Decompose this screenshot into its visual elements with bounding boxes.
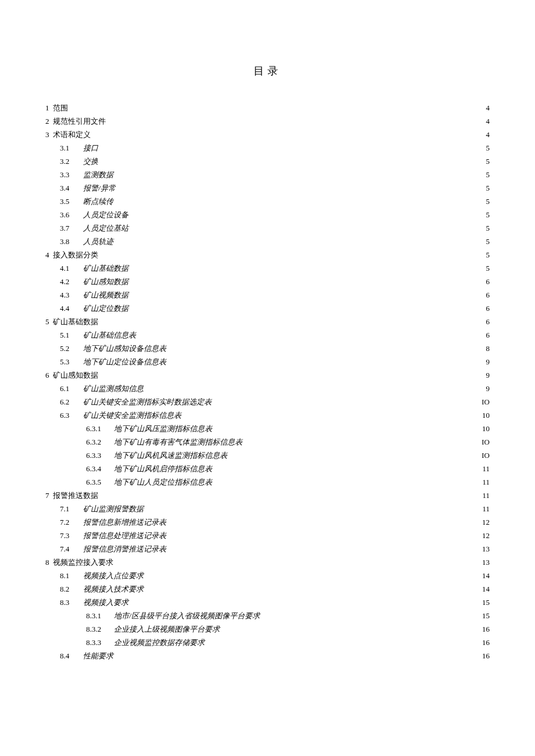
toc-page: 9 — [479, 371, 490, 379]
toc-number: 4 — [45, 251, 49, 259]
toc-number: 4.3 — [60, 291, 83, 299]
toc-entry[interactable]: 5.2地下矿山感知设备信息表8 — [45, 342, 490, 355]
toc-number: 4.4 — [60, 304, 83, 312]
toc-text: 企业接入上级视频图像平台要求 — [114, 625, 220, 633]
toc-entry[interactable]: 1范围4 — [45, 101, 490, 114]
toc-number: 8 — [45, 558, 49, 566]
toc-text: 规范性引用文件 — [53, 117, 106, 125]
toc-text: 视频监控接入要求 — [53, 558, 113, 566]
toc-entry[interactable]: 6.3.2地下矿山有毒有害气体监测指标信息表IO — [45, 435, 490, 449]
toc-entry[interactable]: 3.2交换5 — [45, 155, 490, 168]
toc-text: 接口 — [83, 144, 98, 152]
page-title: 目录 — [45, 64, 490, 78]
toc-entry[interactable]: 6.3.3地下矿山风机风速监测指标信息表IO — [45, 449, 490, 462]
toc-page: 6 — [479, 304, 490, 312]
toc-page: 5 — [479, 171, 490, 178]
toc-number: 7.3 — [60, 532, 83, 539]
toc-entry[interactable]: 8.3.2企业接入上级视频图像平台要求16 — [45, 622, 490, 636]
toc-entry[interactable]: 8.3.1地市/区县级平台接入省级视频图像平台要求15 — [45, 609, 490, 622]
toc-text: 矿山监测报警数据 — [83, 505, 144, 513]
toc-page: 10 — [479, 411, 490, 419]
toc-page: 5 — [479, 184, 490, 192]
toc-entry[interactable]: 5矿山基础数据6 — [45, 315, 490, 328]
toc-entry[interactable]: 6.2矿山关键安全监测指标实时数据选定表IO — [45, 395, 490, 409]
toc-number: 3.8 — [60, 238, 83, 245]
toc-number: 6.3.5 — [86, 478, 114, 486]
toc-page: 9 — [479, 385, 490, 392]
toc-text: 报警信息消警推送记录表 — [83, 545, 166, 553]
toc-number: 6.3.3 — [86, 452, 114, 459]
toc-entry[interactable]: 7报警推送数据11 — [45, 489, 490, 502]
toc-entry[interactable]: 8.2视频接入技术要求14 — [45, 582, 490, 596]
toc-text: 矿山监测感知信息 — [83, 385, 144, 392]
toc-page: 16 — [479, 652, 490, 660]
toc-number: 6 — [45, 371, 49, 379]
toc-number: 3.3 — [60, 171, 83, 178]
toc-page: 9 — [479, 358, 490, 366]
toc-text: 企业视频监控数据存储要求 — [114, 639, 205, 646]
toc-entry[interactable]: 4.4矿山定位数据6 — [45, 302, 490, 315]
toc-number: 3.6 — [60, 211, 83, 218]
toc-number: 5 — [45, 318, 49, 325]
toc-entry[interactable]: 8.3.3企业视频监控数据存储要求16 — [45, 636, 490, 649]
toc-page: 5 — [479, 157, 490, 165]
toc-page: 11 — [479, 478, 490, 486]
toc-number: 7.1 — [60, 505, 83, 513]
toc-number: 6.3 — [60, 411, 83, 419]
toc-number: 5.3 — [60, 358, 83, 366]
toc-number: 3.7 — [60, 224, 83, 232]
toc-entry[interactable]: 5.1矿山基础信息表6 — [45, 328, 490, 342]
toc-number: 8.3.1 — [86, 612, 114, 619]
toc-page: 11 — [479, 465, 490, 472]
toc-page: 8 — [479, 345, 490, 352]
toc-entry[interactable]: 6.3矿山关键安全监测指标信息表10 — [45, 409, 490, 422]
toc-entry[interactable]: 4.1矿山基础数据5 — [45, 261, 490, 275]
toc-entry[interactable]: 3术语和定义4 — [45, 128, 490, 141]
toc-entry[interactable]: 7.1矿山监测报警数据11 — [45, 502, 490, 515]
toc-number: 6.2 — [60, 398, 83, 406]
toc-page: 6 — [479, 291, 490, 299]
toc-entry[interactable]: 4接入数据分类5 — [45, 248, 490, 261]
toc-number: 8.2 — [60, 585, 83, 593]
toc-entry[interactable]: 3.8人员轨迹5 — [45, 235, 490, 248]
toc-entry[interactable]: 6.1矿山监测感知信息9 — [45, 382, 490, 395]
toc-entry[interactable]: 7.3报警信息处理推送记录表12 — [45, 529, 490, 542]
toc-page: IO — [479, 452, 490, 459]
toc-entry[interactable]: 7.2报警信息新增推送记录表12 — [45, 515, 490, 529]
toc-number: 6.1 — [60, 385, 83, 392]
toc-page: 4 — [479, 131, 490, 138]
toc-number: 3.5 — [60, 198, 83, 205]
toc-entry[interactable]: 8.3视频接入要求15 — [45, 596, 490, 609]
toc-entry[interactable]: 8.1视频接入点位要求14 — [45, 569, 490, 582]
toc-entry[interactable]: 6矿山感知数据9 — [45, 368, 490, 382]
toc-number: 4.2 — [60, 278, 83, 285]
toc-entry[interactable]: 8.4性能要求16 — [45, 649, 490, 662]
toc-text: 矿山感知数据 — [53, 371, 98, 379]
toc-number: 6.3.2 — [86, 438, 114, 446]
toc-entry[interactable]: 6.3.1地下矿山风压监测指标信息表10 — [45, 422, 490, 435]
toc-entry[interactable]: 6.3.4地下矿山风机启停指标信息表11 — [45, 462, 490, 475]
toc-entry[interactable]: 4.2矿山感知数据6 — [45, 275, 490, 288]
toc-entry[interactable]: 3.6人员定位设备5 — [45, 208, 490, 221]
toc-text: 矿山关键安全监测指标实时数据选定表 — [83, 398, 212, 406]
toc-page: 5 — [479, 264, 490, 272]
toc-page: 6 — [479, 318, 490, 325]
toc-page: 5 — [479, 144, 490, 152]
toc-text: 矿山基础信息表 — [83, 331, 136, 339]
toc-entry[interactable]: 3.3监测数据5 — [45, 168, 490, 181]
toc-text: 矿山视频数据 — [83, 291, 129, 299]
toc-page: 14 — [479, 572, 490, 579]
toc-entry[interactable]: 3.7人员定位基站5 — [45, 221, 490, 235]
toc-entry[interactable]: 5.3地下矿山定位设备信息表9 — [45, 355, 490, 368]
toc-entry[interactable]: 4.3矿山视频数据6 — [45, 288, 490, 302]
toc-entry[interactable]: 7.4报警信息消警推送记录表13 — [45, 542, 490, 556]
toc-text: 地下矿山感知设备信息表 — [83, 345, 166, 352]
toc-entry[interactable]: 6.3.5地下矿山人员定位指标信息表11 — [45, 475, 490, 489]
toc-entry[interactable]: 2规范性引用文件4 — [45, 114, 490, 128]
toc-entry[interactable]: 3.5断点续传5 — [45, 195, 490, 208]
toc-entry[interactable]: 3.1接口5 — [45, 141, 490, 155]
toc-entry[interactable]: 3.4报警/异常5 — [45, 181, 490, 195]
toc-text: 术语和定义 — [53, 131, 91, 138]
toc-entry[interactable]: 8视频监控接入要求13 — [45, 556, 490, 569]
toc-page: 6 — [479, 331, 490, 339]
